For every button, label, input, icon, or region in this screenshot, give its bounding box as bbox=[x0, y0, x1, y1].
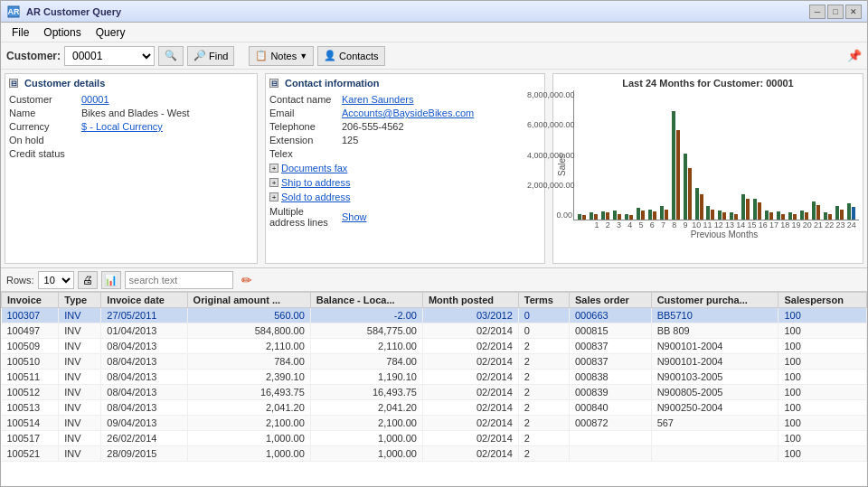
multi-address-row: Multiple address lines Show bbox=[269, 206, 541, 228]
pin-icon[interactable]: 📌 bbox=[847, 49, 862, 63]
x-axis-label: 5 bbox=[636, 220, 646, 229]
table-column-header[interactable]: Month posted bbox=[422, 293, 518, 308]
contacts-button[interactable]: 👤 Contacts bbox=[317, 46, 384, 66]
section-expand-icon[interactable]: + bbox=[269, 164, 278, 173]
table-column-header[interactable]: Sales order bbox=[569, 293, 651, 308]
bar-group-item bbox=[670, 111, 682, 220]
table-cell: 567 bbox=[651, 416, 778, 431]
bar-segment-2 bbox=[582, 215, 586, 220]
table-cell: 01/04/2013 bbox=[101, 323, 187, 339]
table-cell: 784.00 bbox=[310, 354, 422, 370]
section-expand-icon[interactable]: + bbox=[269, 192, 278, 201]
x-axis-label: 21 bbox=[813, 220, 824, 229]
table-row[interactable]: 100512INV08/04/201316,493.7516,493.7502/… bbox=[2, 385, 867, 400]
search-input[interactable] bbox=[125, 271, 233, 289]
bar-segment-1 bbox=[753, 199, 757, 220]
contact-expand-icon[interactable]: ⊟ bbox=[269, 79, 278, 88]
field-value[interactable]: 00001 bbox=[81, 94, 109, 105]
menu-options[interactable]: Options bbox=[36, 24, 88, 41]
bar-segment-1 bbox=[812, 201, 816, 220]
table-column-header[interactable]: Original amount ... bbox=[187, 293, 310, 308]
y-axis-label: Sales bbox=[557, 90, 573, 239]
contact-field-row: Extension125 bbox=[269, 135, 541, 145]
x-axis-label: 10 bbox=[691, 220, 702, 229]
customer-expand-icon[interactable]: ⊟ bbox=[9, 79, 18, 88]
table-row[interactable]: 100511INV08/04/20132,390.101,190.1002/20… bbox=[2, 370, 867, 385]
menu-query[interactable]: Query bbox=[89, 24, 133, 41]
table-row[interactable]: 100514INV09/04/20132,100.002,100.0002/20… bbox=[2, 416, 867, 431]
table-cell bbox=[569, 446, 651, 462]
chart-plot: 0.00 2,000,000.00 4,000,000.00 6,000,000… bbox=[573, 90, 859, 220]
table-column-header[interactable]: Salesperson bbox=[778, 293, 867, 308]
section-expand-icon[interactable]: + bbox=[269, 178, 278, 187]
bar-group-item bbox=[845, 111, 857, 220]
x-axis-label: 16 bbox=[758, 220, 769, 229]
x-axis-label: 2 bbox=[602, 220, 613, 229]
table-column-header[interactable]: Invoice date bbox=[101, 293, 187, 308]
bar-group-item bbox=[704, 111, 716, 220]
table-cell: 2,390.10 bbox=[187, 370, 310, 385]
table-cell: INV bbox=[59, 370, 101, 385]
table-row[interactable]: 100513INV08/04/20132,041.202,041.2002/20… bbox=[2, 400, 867, 416]
table-cell: INV bbox=[59, 446, 101, 462]
table-cell: INV bbox=[59, 400, 101, 416]
expand-section-row: +Sold to address bbox=[269, 192, 541, 202]
table-row[interactable]: 100509INV08/04/20132,110.002,110.0002/20… bbox=[2, 339, 867, 354]
table-row[interactable]: 100521INV28/09/20151,000.001,000.0002/20… bbox=[2, 446, 867, 462]
section-label[interactable]: Ship to address bbox=[281, 177, 350, 188]
notes-dropdown-icon: ▼ bbox=[299, 52, 307, 61]
show-link[interactable]: Show bbox=[342, 211, 367, 222]
customer-dropdown[interactable]: 00001 bbox=[64, 46, 155, 66]
table-row[interactable]: 100510INV08/04/2013784.00784.0002/201420… bbox=[2, 354, 867, 370]
table-cell: 02/2014 bbox=[422, 354, 518, 370]
export-button[interactable]: 📊 bbox=[101, 271, 121, 289]
table-column-header[interactable]: Customer purcha... bbox=[651, 293, 778, 308]
find-button[interactable]: 🔎 Find bbox=[187, 46, 234, 66]
table-cell: 100 bbox=[778, 400, 867, 416]
field-value[interactable]: Karen Saunders bbox=[342, 94, 414, 105]
contact-field-row: Telephone206-555-4562 bbox=[269, 121, 541, 132]
table-cell: 2 bbox=[518, 370, 569, 385]
bar-group-item bbox=[763, 111, 775, 220]
rows-dropdown[interactable]: 10 20 50 bbox=[38, 271, 74, 289]
bar-segment-2 bbox=[746, 199, 750, 220]
table-cell: 100510 bbox=[2, 354, 59, 370]
table-column-header[interactable]: Terms bbox=[518, 293, 569, 308]
bar-group-item bbox=[599, 111, 611, 220]
section-label[interactable]: Documents fax bbox=[281, 163, 347, 173]
field-value[interactable]: $ - Local Currency bbox=[81, 121, 163, 132]
field-value: 206-555-4562 bbox=[342, 121, 404, 132]
search-icon-btn[interactable]: 🔍 bbox=[158, 46, 184, 66]
table-column-header[interactable]: Type bbox=[59, 293, 101, 308]
table-cell: 000839 bbox=[569, 385, 651, 400]
x-axis-label: 11 bbox=[703, 220, 713, 229]
table-cell: 584,775.00 bbox=[310, 323, 422, 339]
close-button[interactable]: ✕ bbox=[845, 5, 862, 19]
table-row[interactable]: 100497INV01/04/2013584,800.00584,775.000… bbox=[2, 323, 867, 339]
bar-group-item bbox=[810, 111, 822, 220]
bar-segment-1 bbox=[788, 212, 792, 220]
table-cell: 0 bbox=[518, 308, 569, 323]
table-cell: 000663 bbox=[569, 308, 651, 323]
edit-button[interactable]: ✏ bbox=[237, 271, 257, 289]
x-axis-label: 6 bbox=[646, 220, 657, 229]
menu-file[interactable]: File bbox=[5, 24, 36, 41]
maximize-button[interactable]: □ bbox=[827, 5, 844, 19]
table-column-header[interactable]: Balance - Loca... bbox=[310, 293, 422, 308]
print-button[interactable]: 🖨 bbox=[78, 271, 98, 289]
x-axis: 123456789101112131415161718192021222324 bbox=[590, 220, 859, 229]
minimize-button[interactable]: ─ bbox=[809, 5, 826, 19]
section-label[interactable]: Sold to address bbox=[281, 192, 350, 202]
table-row[interactable]: 100307INV27/05/2011560.00-2.0003/2012000… bbox=[2, 308, 867, 323]
field-value[interactable]: Accounts@BaysideBikes.com bbox=[342, 108, 474, 118]
table-row[interactable]: 100517INV26/02/20141,000.001,000.0002/20… bbox=[2, 431, 867, 446]
table-column-header[interactable]: Invoice bbox=[2, 293, 59, 308]
x-axis-label: 18 bbox=[779, 220, 790, 229]
notes-button[interactable]: 📋 Notes ▼ bbox=[249, 46, 314, 66]
table-cell: BB 809 bbox=[651, 323, 778, 339]
bar-segment-1 bbox=[648, 210, 652, 220]
contact-field-row: EmailAccounts@BaysideBikes.com bbox=[269, 108, 541, 118]
table-cell: 2,100.00 bbox=[187, 416, 310, 431]
table-cell: 08/04/2013 bbox=[101, 354, 187, 370]
table-cell: 27/05/2011 bbox=[101, 308, 187, 323]
